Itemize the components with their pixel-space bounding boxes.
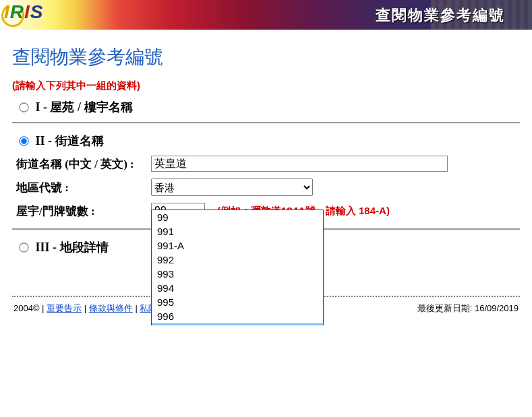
- street-label: 街道名稱 (中文 / 英文) :: [16, 156, 151, 172]
- option-1-row: I - 屋苑 / 樓宇名稱: [12, 96, 520, 121]
- top-banner: IRIS 查閱物業參考編號: [0, 0, 532, 30]
- dd-item[interactable]: 994: [152, 281, 323, 295]
- house-no-label: 屋宇/門牌號數 :: [16, 203, 151, 219]
- dd-item-highlighted[interactable]: 997: [152, 323, 323, 325]
- footer-link-terms[interactable]: 條款與條件: [89, 303, 133, 313]
- opt2-label[interactable]: II - 街道名稱: [16, 134, 104, 148]
- dd-item[interactable]: 992: [152, 253, 323, 267]
- dd-item[interactable]: 993: [152, 267, 323, 281]
- district-label: 地區代號 :: [16, 180, 151, 195]
- opt2-radio[interactable]: [19, 136, 28, 146]
- opt3-radio[interactable]: [19, 243, 28, 252]
- updated-date: 16/09/2019: [475, 303, 519, 313]
- footer-link-notice[interactable]: 重要告示: [47, 303, 82, 313]
- opt1-text: I - 屋苑 / 樓宇名稱: [36, 100, 133, 114]
- dd-item[interactable]: 991: [152, 224, 323, 238]
- dd-item[interactable]: 99: [152, 210, 323, 224]
- opt3-label[interactable]: III - 地段詳情: [16, 240, 109, 254]
- page-title: 查閱物業參考編號: [12, 44, 520, 70]
- opt3-text: III - 地段詳情: [36, 240, 109, 254]
- street-form-block: 街道名稱 (中文 / 英文) : 地區代號 : 香港 屋宇/門牌號數 : (例如…: [12, 154, 520, 219]
- opt1-radio[interactable]: [19, 102, 28, 112]
- opt1-label[interactable]: I - 屋苑 / 樓宇名稱: [16, 100, 133, 114]
- dd-item[interactable]: 995: [152, 295, 323, 309]
- house-no-autocomplete: 99 991 991-A 992 993 994 995 996 997 998…: [151, 210, 324, 325]
- instruction-text: (請輸入下列其中一組的資料): [12, 79, 520, 92]
- copyright: 2004© |: [13, 303, 45, 313]
- district-select[interactable]: 香港: [151, 179, 313, 196]
- banner-title: 查閱物業參考編號: [376, 5, 505, 26]
- street-input[interactable]: [151, 156, 448, 172]
- dd-item[interactable]: 991-A: [152, 238, 323, 253]
- divider: [12, 122, 520, 123]
- iris-logo: IRIS: [4, 1, 43, 23]
- opt2-text: II - 街道名稱: [36, 134, 104, 148]
- updated-label: 最後更新日期:: [417, 303, 473, 313]
- option-2-row: II - 街道名稱: [12, 130, 520, 154]
- dd-item[interactable]: 996: [152, 309, 323, 323]
